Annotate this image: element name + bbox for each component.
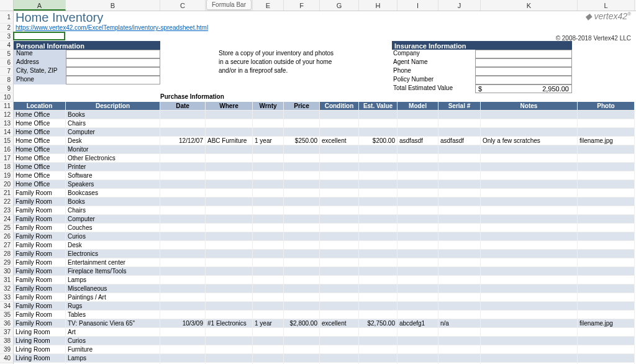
cell-r13-c0[interactable]: Home Office bbox=[14, 119, 66, 128]
cell-r27-c10[interactable] bbox=[481, 241, 578, 250]
cell-r20-c11[interactable] bbox=[578, 180, 635, 189]
col-header-I[interactable]: I bbox=[398, 0, 438, 11]
cell-r16-c4[interactable] bbox=[253, 145, 284, 154]
cell-r25-c8[interactable] bbox=[398, 224, 438, 232]
cell-r36-c5[interactable]: $2,800.00 bbox=[284, 319, 320, 328]
cell-r23-c5[interactable] bbox=[284, 206, 320, 215]
cell-r35-c3[interactable] bbox=[206, 311, 253, 319]
cell-r33-c3[interactable] bbox=[206, 293, 253, 302]
cell-r24-c0[interactable]: Family Room bbox=[14, 215, 66, 224]
cell-r13-c6[interactable] bbox=[320, 119, 359, 128]
row-header-9[interactable]: 9 bbox=[0, 84, 14, 93]
cell-r26-c2[interactable] bbox=[160, 232, 206, 241]
cell-r17-c1[interactable]: Other Electronics bbox=[66, 154, 160, 163]
cell-r26-c9[interactable] bbox=[438, 232, 481, 241]
cell-r13-c7[interactable] bbox=[359, 119, 398, 128]
cell-r26-c3[interactable] bbox=[206, 232, 253, 241]
cell-r27-c1[interactable]: Desk bbox=[66, 241, 160, 250]
cell-r29-c9[interactable] bbox=[438, 258, 481, 267]
cell-r39-c3[interactable] bbox=[206, 345, 253, 354]
cell-r24-c6[interactable] bbox=[320, 215, 359, 224]
cell-r14-c7[interactable] bbox=[359, 128, 398, 137]
cell-r31-c1[interactable]: Lamps bbox=[66, 276, 160, 284]
cell-r12-c8[interactable] bbox=[398, 111, 438, 119]
cell-r36-c9[interactable]: n/a bbox=[438, 319, 481, 328]
table-header-where[interactable]: Where bbox=[206, 102, 253, 111]
cell-r26-c4[interactable] bbox=[253, 232, 284, 241]
cell-r16-c3[interactable] bbox=[206, 145, 253, 154]
cell-r20-c7[interactable] bbox=[359, 180, 398, 189]
cell-r16-c11[interactable] bbox=[578, 145, 635, 154]
cell-r25-c6[interactable] bbox=[320, 224, 359, 232]
table-header-date[interactable]: Date bbox=[160, 102, 206, 111]
cell-r13-c5[interactable] bbox=[284, 119, 320, 128]
cell-r19-c4[interactable] bbox=[253, 171, 284, 180]
cell-r37-c2[interactable] bbox=[160, 328, 206, 337]
row-header-7[interactable]: 7 bbox=[0, 67, 14, 76]
insurance-value-0[interactable] bbox=[475, 50, 572, 58]
cell-r23-c10[interactable] bbox=[481, 206, 578, 215]
cell-r28-c3[interactable] bbox=[206, 250, 253, 258]
cell-r15-c4[interactable]: 1 year bbox=[253, 137, 284, 145]
cell-r39-c4[interactable] bbox=[253, 345, 284, 354]
cell-r14-c4[interactable] bbox=[253, 128, 284, 137]
cell-r36-c10[interactable] bbox=[481, 319, 578, 328]
cell-r26-c8[interactable] bbox=[398, 232, 438, 241]
cell-r21-c3[interactable] bbox=[206, 189, 253, 198]
cell-r26-c1[interactable]: Curios bbox=[66, 232, 160, 241]
cell-r29-c10[interactable] bbox=[481, 258, 578, 267]
cell-r17-c11[interactable] bbox=[578, 154, 635, 163]
cell-r39-c1[interactable]: Furniture bbox=[66, 345, 160, 354]
cell-r28-c2[interactable] bbox=[160, 250, 206, 258]
cell-r12-c5[interactable] bbox=[284, 111, 320, 119]
cell-r39-c8[interactable] bbox=[398, 345, 438, 354]
cell-r18-c6[interactable] bbox=[320, 163, 359, 171]
cell-r18-c2[interactable] bbox=[160, 163, 206, 171]
cell-r27-c9[interactable] bbox=[438, 241, 481, 250]
row-header-34[interactable]: 34 bbox=[0, 302, 14, 311]
cell-r37-c4[interactable] bbox=[253, 328, 284, 337]
cell-r28-c9[interactable] bbox=[438, 250, 481, 258]
cell-r25-c9[interactable] bbox=[438, 224, 481, 232]
col-header-A[interactable]: A bbox=[14, 0, 66, 11]
col-header-G[interactable]: G bbox=[320, 0, 359, 11]
cell-r12-c9[interactable] bbox=[438, 111, 481, 119]
table-header-model[interactable]: Model bbox=[398, 102, 438, 111]
cell-r12-c11[interactable] bbox=[578, 111, 635, 119]
cell-r34-c6[interactable] bbox=[320, 302, 359, 311]
cell-r21-c2[interactable] bbox=[160, 189, 206, 198]
cell-r37-c10[interactable] bbox=[481, 328, 578, 337]
cell-r34-c11[interactable] bbox=[578, 302, 635, 311]
cell-r30-c8[interactable] bbox=[398, 267, 438, 276]
cell-r33-c9[interactable] bbox=[438, 293, 481, 302]
cell-r16-c9[interactable] bbox=[438, 145, 481, 154]
cell-r25-c3[interactable] bbox=[206, 224, 253, 232]
cell-r17-c5[interactable] bbox=[284, 154, 320, 163]
cell-r38-c7[interactable] bbox=[359, 337, 398, 345]
cell-r39-c5[interactable] bbox=[284, 345, 320, 354]
cell-r38-c9[interactable] bbox=[438, 337, 481, 345]
cell-r17-c2[interactable] bbox=[160, 154, 206, 163]
row-header-38[interactable]: 38 bbox=[0, 337, 14, 345]
cell-r17-c3[interactable] bbox=[206, 154, 253, 163]
cell-r18-c10[interactable] bbox=[481, 163, 578, 171]
cell-r34-c8[interactable] bbox=[398, 302, 438, 311]
cell-r35-c4[interactable] bbox=[253, 311, 284, 319]
cell-r33-c5[interactable] bbox=[284, 293, 320, 302]
cell-r31-c11[interactable] bbox=[578, 276, 635, 284]
cell-r12-c6[interactable] bbox=[320, 111, 359, 119]
selected-cell-A3[interactable] bbox=[13, 32, 65, 40]
cell-r15-c6[interactable]: excellent bbox=[320, 137, 359, 145]
cell-r40-c1[interactable]: Lamps bbox=[66, 354, 160, 363]
cell-r16-c8[interactable] bbox=[398, 145, 438, 154]
cell-r38-c10[interactable] bbox=[481, 337, 578, 345]
cell-r21-c0[interactable]: Family Room bbox=[14, 189, 66, 198]
cell-r27-c11[interactable] bbox=[578, 241, 635, 250]
cell-r14-c2[interactable] bbox=[160, 128, 206, 137]
cell-r38-c0[interactable]: Living Room bbox=[14, 337, 66, 345]
cell-r16-c6[interactable] bbox=[320, 145, 359, 154]
cell-r16-c5[interactable] bbox=[284, 145, 320, 154]
cell-r22-c4[interactable] bbox=[253, 198, 284, 206]
cell-r29-c7[interactable] bbox=[359, 258, 398, 267]
cell-r13-c2[interactable] bbox=[160, 119, 206, 128]
